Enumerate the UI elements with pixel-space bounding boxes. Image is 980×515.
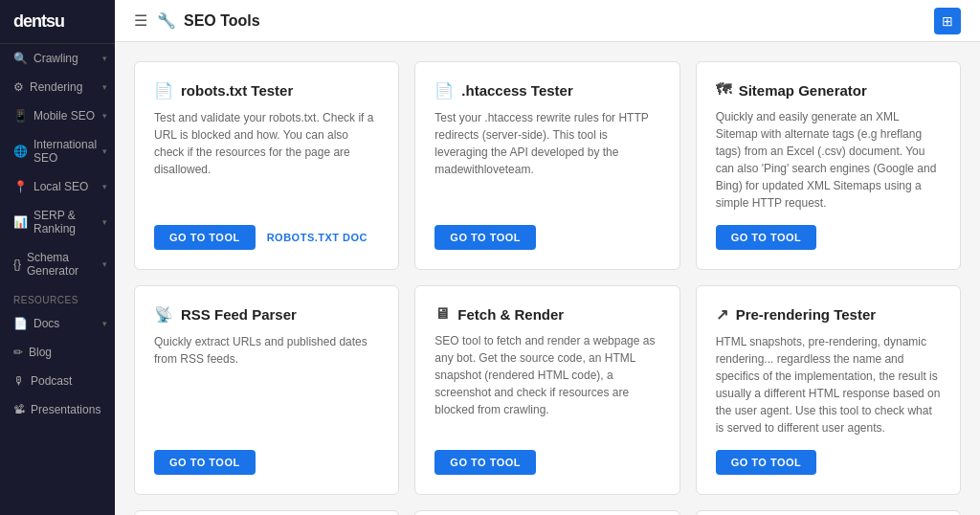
card-footer: GO TO TOOL xyxy=(434,225,659,250)
resource-icon: 📽 xyxy=(13,403,25,416)
goto-tool-button[interactable]: GO TO TOOL xyxy=(716,225,817,250)
sidebar-item-label: Crawling xyxy=(33,52,78,65)
card-amp-validator: ⚡ Bulk AMP Validator Use this bulk valid… xyxy=(696,510,961,515)
sidebar-item-podcast[interactable]: 🎙 Podcast xyxy=(0,367,115,395)
expand-icon: ▾ xyxy=(102,182,107,191)
goto-tool-button[interactable]: GO TO TOOL xyxy=(716,450,817,475)
menu-toggle-button[interactable]: ☰ xyxy=(134,11,147,30)
goto-tool-button[interactable]: GO TO TOOL xyxy=(434,450,536,475)
card-title: ↗ Pre-rendering Tester xyxy=(716,305,941,324)
card-robots-txt: 📄 robots.txt Tester Test and validate yo… xyxy=(134,61,399,270)
card-description: Quickly and easily generate an XML Sitem… xyxy=(716,108,941,212)
header: ☰ 🔧 SEO Tools ⊞ xyxy=(115,0,980,42)
sidebar-item-crawling[interactable]: 🔍 Crawling ▾ xyxy=(0,44,115,73)
sidebar-item-docs[interactable]: 📄 Docs ▾ xyxy=(0,309,115,338)
sidebar-item-blog[interactable]: ✏ Blog xyxy=(0,338,115,367)
card-title-text: Pre-rendering Tester xyxy=(736,306,876,323)
sidebar-item-mobile-seo[interactable]: 📱 Mobile SEO ▾ xyxy=(0,101,115,130)
card-title: 📄 robots.txt Tester xyxy=(154,81,379,100)
sidebar-item-label: Schema Generator xyxy=(27,251,101,278)
content-area: 📄 robots.txt Tester Test and validate yo… xyxy=(115,42,980,515)
expand-icon: ▾ xyxy=(102,259,107,269)
expand-icon: ▾ xyxy=(102,111,107,121)
page-title: SEO Tools xyxy=(184,12,260,30)
card-mobile-first: 📱 Mobile-First Index Tool Is your site r… xyxy=(134,510,399,515)
main-area: ☰ 🔧 SEO Tools ⊞ 📄 robots.txt Tester Test… xyxy=(115,0,980,515)
card-footer: GO TO TOOL xyxy=(716,450,941,475)
sidebar-item-label: International SEO xyxy=(33,138,101,165)
sidebar-logo: dentsu xyxy=(0,0,115,44)
card-footer: GO TO TOOL ROBOTS.TXT DOC xyxy=(154,225,379,250)
card-icon: 📄 xyxy=(434,81,454,100)
resources-label: Resources xyxy=(0,285,115,309)
card-title-text: Fetch & Render xyxy=(457,306,564,323)
card-icon: 🖥 xyxy=(434,305,450,323)
nav-icon: 📊 xyxy=(13,215,28,229)
sidebar-item-label: Mobile SEO xyxy=(33,109,95,123)
card-description: SEO tool to fetch and render a webpage a… xyxy=(434,332,659,437)
expand-icon: ▾ xyxy=(102,82,107,92)
expand-icon: ▾ xyxy=(102,217,107,227)
resource-icon: 📄 xyxy=(13,317,28,330)
goto-tool-button[interactable]: GO TO TOOL xyxy=(154,450,256,475)
card-fetch-render: 🖥 Fetch & Render SEO tool to fetch and r… xyxy=(414,285,679,495)
sidebar: dentsu 🔍 Crawling ▾ ⚙ Rendering ▾ 📱 Mobi… xyxy=(0,0,115,515)
card-sitemap: 🗺 Sitemap Generator Quickly and easily g… xyxy=(696,61,961,270)
card-footer: GO TO TOOL xyxy=(716,225,941,250)
sidebar-item-presentations[interactable]: 📽 Presentations xyxy=(0,395,115,424)
cards-grid: 📄 robots.txt Tester Test and validate yo… xyxy=(134,61,961,515)
card-title: 📄 .htaccess Tester xyxy=(434,81,659,100)
action-button[interactable]: ⊞ xyxy=(934,8,961,34)
card-title-text: robots.txt Tester xyxy=(181,82,293,99)
card-footer: GO TO TOOL xyxy=(154,450,379,475)
nav-icon: 🌐 xyxy=(13,145,28,158)
logo-text: dentsu xyxy=(13,11,64,31)
sidebar-item-rendering[interactable]: ⚙ Rendering ▾ xyxy=(0,73,115,101)
card-icon: 📡 xyxy=(154,305,173,324)
sidebar-item-international-seo[interactable]: 🌐 International SEO ▾ xyxy=(0,130,115,172)
card-htaccess: 📄 .htaccess Tester Test your .htaccess r… xyxy=(414,61,679,270)
card-description: Quickly extract URLs and published dates… xyxy=(154,333,379,437)
sidebar-item-label: Presentations xyxy=(31,403,100,416)
resource-icon: ✏ xyxy=(13,346,23,359)
card-description: HTML snapshots, pre-rendering, dynamic r… xyxy=(716,333,941,437)
header-title: 🔧 SEO Tools xyxy=(157,11,260,30)
nav-icon: 📱 xyxy=(13,109,28,123)
expand-icon: ▾ xyxy=(102,319,107,328)
goto-tool-button[interactable]: GO TO TOOL xyxy=(434,225,536,250)
nav-icon: {} xyxy=(13,258,21,271)
doc-link[interactable]: ROBOTS.TXT DOC xyxy=(267,232,368,243)
card-description: Test and validate your robots.txt. Check… xyxy=(154,109,379,212)
card-title-text: Sitemap Generator xyxy=(739,82,867,99)
card-rss-feed: 📡 RSS Feed Parser Quickly extract URLs a… xyxy=(134,285,399,495)
sidebar-item-label: Rendering xyxy=(30,80,82,94)
card-description: Test your .htaccess rewrite rules for HT… xyxy=(434,109,659,212)
sidebar-item-schema-generator[interactable]: {} Schema Generator ▾ xyxy=(0,243,115,285)
nav-icon: ⚙ xyxy=(13,80,24,94)
card-footer: GO TO TOOL xyxy=(434,450,659,475)
nav-icon: 🔍 xyxy=(13,52,28,65)
goto-tool-button[interactable]: GO TO TOOL xyxy=(154,225,256,250)
expand-icon: ▾ xyxy=(102,54,107,63)
card-mobile-friendly: 📱 Mobile-Friendly Test Using Google's AP… xyxy=(414,510,679,515)
card-title: 📡 RSS Feed Parser xyxy=(154,305,379,324)
resource-icon: 🎙 xyxy=(13,374,25,388)
card-title-text: RSS Feed Parser xyxy=(181,306,297,323)
expand-icon: ▾ xyxy=(102,146,107,156)
sidebar-item-label: Blog xyxy=(29,346,52,359)
sidebar-item-label: Docs xyxy=(33,317,59,330)
seo-tools-icon: 🔧 xyxy=(157,11,176,30)
sidebar-item-label: Podcast xyxy=(31,374,72,388)
sidebar-item-local-seo[interactable]: 📍 Local SEO ▾ xyxy=(0,172,115,201)
nav-icon: 📍 xyxy=(13,180,28,193)
sidebar-nav: 🔍 Crawling ▾ ⚙ Rendering ▾ 📱 Mobile SEO … xyxy=(0,44,115,285)
card-title: 🗺 Sitemap Generator xyxy=(716,81,941,99)
card-title: 🖥 Fetch & Render xyxy=(434,305,659,323)
card-icon: 🗺 xyxy=(716,81,731,99)
card-icon: ↗ xyxy=(716,305,728,324)
sidebar-item-label: Local SEO xyxy=(33,180,88,193)
card-icon: 📄 xyxy=(154,81,173,100)
sidebar-item-serp-&-ranking[interactable]: 📊 SERP & Ranking ▾ xyxy=(0,201,115,243)
sidebar-resources: 📄 Docs ▾ ✏ Blog 🎙 Podcast 📽 Presentation… xyxy=(0,309,115,424)
sidebar-item-label: SERP & Ranking xyxy=(33,209,101,235)
